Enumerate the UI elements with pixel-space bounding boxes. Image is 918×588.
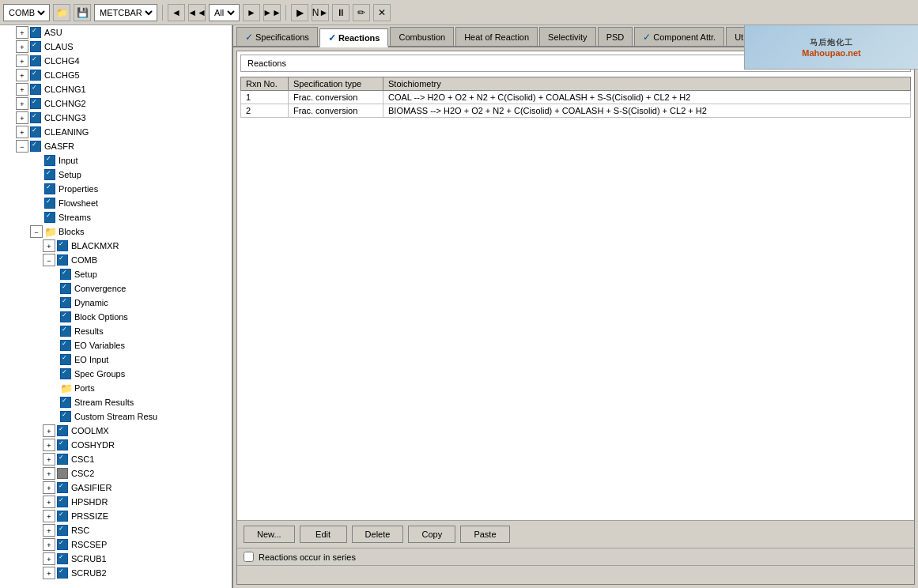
tree-item-gasfr[interactable]: − ✓ GASFR: [0, 139, 232, 153]
step-btn[interactable]: N►: [312, 4, 329, 21]
tree-item-comb[interactable]: − ✓ COMB: [0, 253, 232, 267]
run-btn[interactable]: ▶: [291, 4, 308, 21]
block-select[interactable]: COMB: [6, 5, 47, 21]
expand-gasifier[interactable]: +: [43, 481, 55, 494]
expand-clchng3[interactable]: +: [16, 111, 28, 124]
tab-component-attr[interactable]: ✓ Component Attr.: [634, 27, 724, 46]
tree-item-comb-eo-input[interactable]: ✓ EO Input: [0, 352, 232, 367]
open-btn[interactable]: 📁: [53, 4, 70, 21]
edit-button[interactable]: Edit: [300, 526, 347, 543]
col-stoichiometry: Stoichiometry: [383, 77, 911, 91]
tree-item-coshydr[interactable]: + ✓ COSHYDR: [0, 438, 232, 452]
expand-coolmx[interactable]: +: [43, 424, 55, 437]
tree-item-clchng1[interactable]: + ✓ CLCHNG1: [0, 82, 232, 96]
edit-btn[interactable]: ✏: [353, 4, 370, 21]
tree-item-hpshdr[interactable]: + ✓ HPSHDR: [0, 495, 232, 509]
close-btn[interactable]: ✕: [373, 4, 391, 21]
expand-coshydr[interactable]: +: [43, 439, 55, 451]
tree-item-gasfr-input[interactable]: ✓ Input: [0, 153, 232, 168]
tree-item-comb-convergence[interactable]: ✓ Convergence: [0, 281, 232, 296]
tree-item-gasfr-setup[interactable]: ✓ Setup: [0, 168, 232, 182]
expand-prssize[interactable]: +: [43, 510, 55, 522]
tree-item-scrub2[interactable]: + ✓ SCRUB2: [0, 566, 232, 580]
expand-csc2[interactable]: +: [43, 467, 55, 480]
tab-combustion[interactable]: Combustion: [390, 27, 454, 46]
tree-item-comb-spec-groups[interactable]: ✓ Spec Groups: [0, 367, 232, 381]
expand-clchg4[interactable]: +: [16, 55, 28, 67]
tree-item-comb-results[interactable]: ✓ Results: [0, 324, 232, 338]
expand-clchng1[interactable]: +: [16, 83, 28, 96]
reactions-in-series-checkbox[interactable]: [244, 552, 254, 562]
nav-select[interactable]: All: [211, 5, 237, 21]
nav-back-btn[interactable]: ◄: [168, 4, 185, 21]
tree-item-prssize[interactable]: + ✓ PRSSIZE: [0, 509, 232, 523]
tree-item-blackmxr[interactable]: + ✓ BLACKMXR: [0, 239, 232, 253]
expand-blackmxr[interactable]: +: [43, 239, 55, 252]
tree-item-asu[interactable]: + ✓ ASU: [0, 25, 232, 40]
tree-item-comb-ports[interactable]: 📁 Ports: [0, 381, 232, 395]
tree-item-csc2[interactable]: + CSC2: [0, 466, 232, 481]
tree-item-comb-custom-stream[interactable]: ✓ Custom Stream Resu: [0, 409, 232, 424]
expand-csc1[interactable]: +: [43, 453, 55, 466]
tab-reactions[interactable]: ✓ Reactions: [319, 28, 389, 47]
expand-rscsep[interactable]: +: [43, 538, 55, 551]
tree-item-cleaning[interactable]: + ✓ CLEANING: [0, 125, 232, 139]
tree-item-rsc[interactable]: + ✓ RSC: [0, 523, 232, 537]
tree-item-gasfr-flowsheet[interactable]: ✓ Flowsheet: [0, 196, 232, 210]
tree-item-coolmx[interactable]: + ✓ COOLMX: [0, 424, 232, 438]
expand-scrub1[interactable]: +: [43, 552, 55, 565]
tree-scroll[interactable]: + ✓ ASU + ✓ CLAUS: [0, 25, 232, 588]
tree-item-blocks[interactable]: − 📁 Blocks: [0, 224, 232, 239]
table-row[interactable]: 2 Frac. conversion BIOMASS --> H2O + O2 …: [241, 104, 911, 118]
tree-item-comb-stream-results[interactable]: ✓ Stream Results: [0, 395, 232, 409]
tree-label-comb-convergence: Convergence: [74, 284, 126, 293]
reactions-group: Reactions Rxn No. Specification type Sto…: [237, 51, 914, 520]
tree-item-scrub1[interactable]: + ✓ SCRUB1: [0, 552, 232, 566]
save-btn[interactable]: 💾: [74, 4, 91, 21]
tree-item-gasfr-properties[interactable]: ✓ Properties: [0, 182, 232, 196]
expand-cleaning[interactable]: +: [16, 126, 28, 138]
paste-button[interactable]: Paste: [460, 526, 509, 543]
copy-button[interactable]: Copy: [408, 526, 455, 543]
pause-btn[interactable]: ⏸: [332, 4, 349, 21]
tree-item-comb-dynamic[interactable]: ✓ Dynamic: [0, 296, 232, 310]
tree-item-comb-eo-variables[interactable]: ✓ EO Variables: [0, 338, 232, 352]
expand-asu[interactable]: +: [16, 26, 28, 39]
tree-item-clchng2[interactable]: + ✓ CLCHNG2: [0, 96, 232, 111]
tree-item-clchng3[interactable]: + ✓ CLCHNG3: [0, 111, 232, 125]
tree-item-gasifier[interactable]: + ✓ GASIFIER: [0, 481, 232, 495]
tab-selectivity[interactable]: Selectivity: [539, 27, 596, 46]
tree-item-clchg4[interactable]: + ✓ CLCHG4: [0, 54, 232, 68]
expand-claus[interactable]: +: [16, 40, 28, 53]
unit-dropdown[interactable]: METCBAR: [94, 4, 157, 21]
nav-fwd-btn[interactable]: ►: [243, 4, 260, 21]
expand-comb[interactable]: −: [43, 254, 55, 266]
tree-item-comb-setup[interactable]: ✓ Setup: [0, 267, 232, 281]
new-button[interactable]: New...: [244, 526, 295, 543]
tab-specifications[interactable]: ✓ Specifications: [236, 27, 318, 46]
tree-item-rscsep[interactable]: + ✓ RSCSEP: [0, 537, 232, 552]
expand-hpshdr[interactable]: +: [43, 496, 55, 508]
tab-heat-of-reaction[interactable]: Heat of Reaction: [455, 27, 538, 46]
tree-item-gasfr-streams[interactable]: ✓ Streams: [0, 210, 232, 224]
tab-psd[interactable]: PSD: [598, 27, 633, 46]
expand-scrub2[interactable]: +: [43, 567, 55, 579]
table-row[interactable]: 1 Frac. conversion COAL --> H2O + O2 + N…: [241, 91, 911, 104]
expand-clchng2[interactable]: +: [16, 97, 28, 110]
block-icon-comb: ✓: [57, 254, 70, 266]
tree-item-claus[interactable]: + ✓ CLAUS: [0, 40, 232, 54]
tree-item-comb-block-options[interactable]: ✓ Block Options: [0, 310, 232, 324]
block-dropdown[interactable]: COMB: [3, 4, 50, 21]
tree-item-clchg5[interactable]: + ✓ CLCHG5: [0, 68, 232, 82]
tree-item-csc1[interactable]: + ✓ CSC1: [0, 452, 232, 466]
expand-blocks[interactable]: −: [30, 225, 43, 238]
tab-label-component-attr: Component Attr.: [653, 32, 716, 42]
nav-dropdown[interactable]: All: [209, 4, 240, 21]
expand-clchg5[interactable]: +: [16, 69, 28, 81]
unit-select[interactable]: METCBAR: [96, 5, 155, 21]
nav-back2-btn[interactable]: ◄◄: [188, 4, 206, 21]
expand-gasfr[interactable]: −: [16, 140, 28, 153]
expand-rsc[interactable]: +: [43, 524, 55, 537]
delete-button[interactable]: Delete: [352, 526, 404, 543]
nav-fwd2-btn[interactable]: ►►: [263, 4, 281, 21]
